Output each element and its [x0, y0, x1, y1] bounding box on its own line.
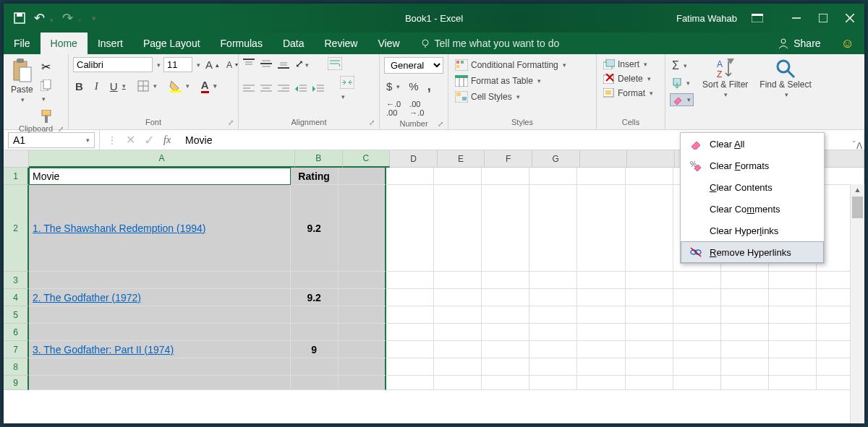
- align-bottom-icon[interactable]: [278, 58, 289, 69]
- cell[interactable]: [626, 324, 673, 341]
- cell[interactable]: [577, 272, 625, 289]
- column-header[interactable]: [627, 150, 675, 168]
- cell[interactable]: [626, 306, 673, 324]
- delete-cells-button[interactable]: Delete▾: [601, 73, 653, 85]
- cell[interactable]: [482, 376, 529, 390]
- cell[interactable]: [673, 376, 721, 390]
- font-color-button[interactable]: A▾: [199, 78, 219, 94]
- cell[interactable]: [577, 324, 625, 341]
- cell[interactable]: [529, 358, 577, 376]
- cell[interactable]: [577, 341, 625, 358]
- cell[interactable]: [339, 358, 386, 376]
- cell[interactable]: [29, 358, 291, 376]
- cell[interactable]: [29, 324, 291, 341]
- cell[interactable]: [769, 289, 817, 306]
- hyperlink[interactable]: 1. The Shawshank Redemption (1994): [33, 223, 205, 234]
- fx-icon[interactable]: fx: [163, 134, 171, 146]
- cell-styles-button[interactable]: Cell Styles▾: [453, 90, 522, 103]
- cell[interactable]: 3. The Godfather: Part II (1974): [29, 341, 291, 358]
- cell[interactable]: [434, 341, 482, 358]
- vertical-scrollbar[interactable]: ▲: [850, 184, 864, 423]
- cell[interactable]: [673, 341, 721, 358]
- cell[interactable]: [482, 324, 529, 341]
- cell[interactable]: [626, 358, 673, 376]
- cell[interactable]: [434, 272, 482, 289]
- cell[interactable]: [529, 376, 577, 390]
- borders-button[interactable]: ▾: [135, 79, 159, 92]
- cell[interactable]: [386, 341, 434, 358]
- cell[interactable]: [339, 272, 386, 289]
- row-header[interactable]: 5: [4, 306, 29, 324]
- decrease-decimal-icon[interactable]: .00→.0: [407, 99, 426, 118]
- cell[interactable]: [626, 376, 673, 390]
- format-cells-button[interactable]: Format▾: [601, 87, 655, 99]
- cell[interactable]: [769, 341, 817, 358]
- align-middle-icon[interactable]: [260, 58, 272, 69]
- cell[interactable]: [769, 324, 817, 341]
- cell[interactable]: [673, 272, 721, 289]
- tab-review[interactable]: Review: [315, 33, 368, 54]
- cell[interactable]: [386, 306, 434, 324]
- row-header[interactable]: 4: [4, 289, 29, 306]
- chevron-down-icon[interactable]: ▾: [86, 137, 90, 144]
- cell[interactable]: [626, 185, 673, 272]
- row-header[interactable]: 2: [4, 185, 29, 272]
- format-as-table-button[interactable]: Format as Table▾: [453, 74, 543, 87]
- cell[interactable]: [434, 324, 482, 341]
- share-button[interactable]: Share: [767, 33, 830, 54]
- save-icon[interactable]: [14, 12, 25, 24]
- row-header[interactable]: 1: [4, 168, 29, 185]
- bold-button[interactable]: B: [73, 79, 85, 93]
- cell[interactable]: [434, 376, 482, 390]
- cell[interactable]: [673, 306, 721, 324]
- cell[interactable]: [339, 341, 386, 358]
- format-painter-icon[interactable]: [41, 110, 52, 123]
- align-top-icon[interactable]: [243, 58, 255, 69]
- clear-contents-item[interactable]: Clear Contents: [681, 176, 824, 198]
- maximize-icon[interactable]: [819, 14, 827, 22]
- cell[interactable]: [339, 289, 386, 306]
- clear-hyperlinks-item[interactable]: Clear Hyperlinks: [681, 220, 824, 241]
- column-header[interactable]: A: [29, 150, 295, 168]
- cell[interactable]: [291, 324, 339, 341]
- cell[interactable]: [482, 358, 529, 376]
- fill-color-button[interactable]: ▾: [166, 79, 192, 93]
- cell[interactable]: [721, 376, 769, 390]
- cut-icon[interactable]: ✂: [41, 60, 51, 74]
- remove-hyperlinks-item[interactable]: Remove Hyperlinks: [681, 241, 824, 263]
- undo-icon[interactable]: ↶ ▾: [34, 10, 54, 26]
- cell[interactable]: 9.2: [291, 185, 339, 272]
- cell[interactable]: [291, 306, 339, 324]
- cell[interactable]: 1. The Shawshank Redemption (1994): [29, 185, 291, 272]
- cell[interactable]: [482, 272, 529, 289]
- increase-indent-icon[interactable]: [312, 84, 324, 94]
- orientation-icon[interactable]: ⤢▾: [295, 58, 309, 69]
- cell[interactable]: [721, 289, 769, 306]
- cell[interactable]: [769, 358, 817, 376]
- cell[interactable]: [291, 272, 339, 289]
- tab-data[interactable]: Data: [273, 33, 315, 54]
- cell[interactable]: [721, 306, 769, 324]
- autosum-button[interactable]: Σ ▾: [670, 59, 689, 73]
- cell[interactable]: [482, 306, 529, 324]
- clear-all-item[interactable]: Clear All: [681, 133, 824, 155]
- row-header[interactable]: 6: [4, 324, 29, 341]
- cell[interactable]: [529, 341, 577, 358]
- align-center-icon[interactable]: [260, 84, 272, 94]
- copy-icon[interactable]: ▾: [41, 79, 52, 104]
- cell[interactable]: 9: [291, 341, 339, 358]
- select-all-corner[interactable]: [4, 150, 29, 168]
- enter-icon[interactable]: ✓: [144, 132, 155, 148]
- chevron-down-icon[interactable]: ▾: [157, 61, 161, 69]
- grow-font-icon[interactable]: A▴: [203, 58, 221, 72]
- row-header[interactable]: 7: [4, 341, 29, 358]
- column-header[interactable]: F: [485, 150, 532, 168]
- cell[interactable]: [482, 341, 529, 358]
- dialog-launcher-icon[interactable]: ⤢: [58, 125, 64, 133]
- collapse-ribbon-icon[interactable]: ᐱ: [856, 141, 862, 151]
- redo-icon[interactable]: ↷ ▾: [62, 10, 82, 26]
- minimize-icon[interactable]: [792, 14, 801, 22]
- tab-insert[interactable]: Insert: [88, 33, 133, 54]
- cell[interactable]: [482, 185, 529, 272]
- cell[interactable]: [626, 341, 673, 358]
